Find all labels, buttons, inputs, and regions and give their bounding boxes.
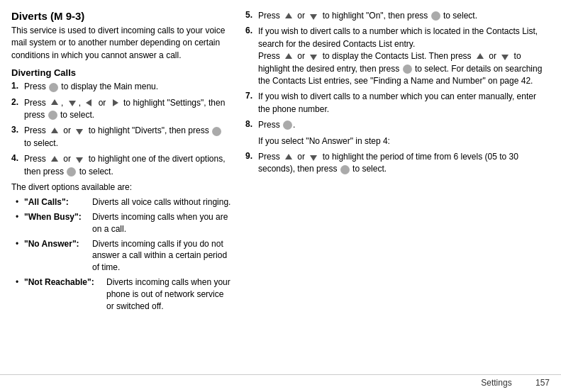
down-arrow-icon-6 bbox=[499, 51, 511, 62]
svg-marker-2 bbox=[86, 99, 91, 106]
step-9: 9. Press or to highlight the period of t… bbox=[245, 151, 550, 176]
list-item: • "No Answer": Diverts incoming calls if… bbox=[16, 238, 231, 274]
svg-marker-8 bbox=[285, 13, 292, 18]
step-4: 4. Press or to highlight one of the dive… bbox=[11, 153, 231, 178]
svg-marker-7 bbox=[76, 157, 83, 163]
svg-marker-9 bbox=[310, 14, 317, 20]
up-arrow-icon-4 bbox=[283, 11, 294, 22]
divert-options-label: The divert options available are: bbox=[11, 181, 231, 194]
svg-marker-11 bbox=[310, 55, 317, 60]
step-2: 2. Press , , or to highlight "Settings",… bbox=[11, 97, 231, 122]
svg-marker-6 bbox=[51, 156, 58, 162]
footer: Settings 157 bbox=[0, 374, 561, 392]
svg-marker-3 bbox=[113, 99, 118, 106]
center-button-icon bbox=[49, 83, 58, 92]
step-3: 3. Press or to highlight "Diverts", then… bbox=[11, 125, 231, 150]
svg-marker-13 bbox=[501, 55, 509, 60]
center-button-icon-8 bbox=[340, 165, 350, 174]
center-button-icon-3 bbox=[212, 127, 221, 136]
svg-marker-12 bbox=[477, 53, 484, 59]
center-button-icon-6 bbox=[403, 65, 412, 74]
down-arrow-icon-7 bbox=[308, 152, 319, 163]
down-arrow-icon-5 bbox=[308, 51, 319, 62]
up-arrow-icon-7 bbox=[283, 152, 294, 163]
list-item: • "All Calls": Diverts all voice calls w… bbox=[16, 196, 231, 208]
footer-page: 157 bbox=[535, 378, 550, 388]
step-6: 6. If you wish to divert calls to a numb… bbox=[245, 26, 550, 87]
list-item: • "Not Reachable": Diverts incoming call… bbox=[16, 276, 231, 312]
left-arrow-icon bbox=[84, 97, 95, 108]
svg-marker-4 bbox=[51, 128, 58, 133]
page-title: Diverts (M 9-3) bbox=[11, 10, 231, 22]
up-arrow-icon-5 bbox=[283, 51, 294, 62]
right-arrow-icon bbox=[109, 97, 121, 108]
step-1: 1. Press to display the Main menu. bbox=[11, 81, 231, 93]
list-item: • "When Busy": Diverts incoming calls wh… bbox=[16, 211, 231, 235]
left-column: Diverts (M 9-3) This service is used to … bbox=[11, 10, 231, 367]
center-button-icon-5 bbox=[431, 11, 440, 21]
svg-marker-0 bbox=[51, 99, 58, 105]
center-button-icon-4 bbox=[67, 167, 76, 177]
intro-text: This service is used to divert incoming … bbox=[11, 25, 231, 62]
no-answer-note: If you select "No Answer" in step 4: bbox=[245, 135, 550, 147]
svg-marker-10 bbox=[285, 53, 292, 59]
up-arrow-icon bbox=[49, 97, 60, 108]
up-arrow-icon-2 bbox=[49, 125, 60, 137]
right-column: 5. Press or to highlight "On", then pres… bbox=[245, 10, 550, 367]
svg-marker-5 bbox=[76, 129, 83, 135]
footer-section: Settings bbox=[481, 378, 511, 388]
step-5: 5. Press or to highlight "On", then pres… bbox=[245, 10, 550, 22]
svg-marker-1 bbox=[69, 101, 76, 106]
svg-marker-15 bbox=[310, 155, 317, 161]
svg-marker-14 bbox=[285, 154, 292, 159]
step-7: 7. If you wish to divert calls to a numb… bbox=[245, 91, 550, 116]
diverting-calls-heading: Diverting Calls bbox=[11, 67, 231, 78]
center-button-icon-2 bbox=[48, 111, 57, 120]
down-arrow-icon-3 bbox=[74, 154, 85, 165]
down-arrow-icon bbox=[67, 97, 78, 108]
center-button-icon-7 bbox=[283, 121, 292, 130]
down-arrow-icon-2 bbox=[74, 125, 85, 137]
up-arrow-icon-6 bbox=[474, 51, 486, 62]
step-8: 8. Press . bbox=[245, 119, 550, 131]
bullet-list: • "All Calls": Diverts all voice calls w… bbox=[16, 196, 231, 312]
up-arrow-icon-3 bbox=[49, 154, 60, 165]
down-arrow-icon-4 bbox=[308, 11, 319, 22]
